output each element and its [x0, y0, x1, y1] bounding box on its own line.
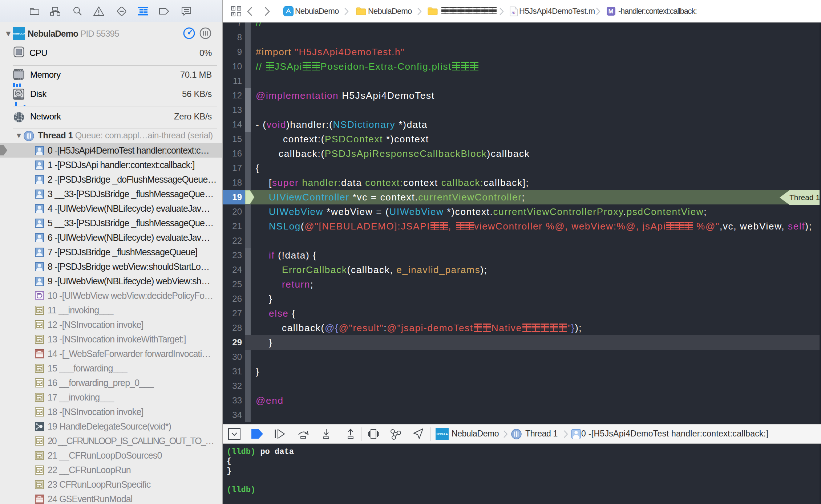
svg-text:M: M	[608, 8, 614, 15]
svg-text:m: m	[511, 9, 515, 15]
